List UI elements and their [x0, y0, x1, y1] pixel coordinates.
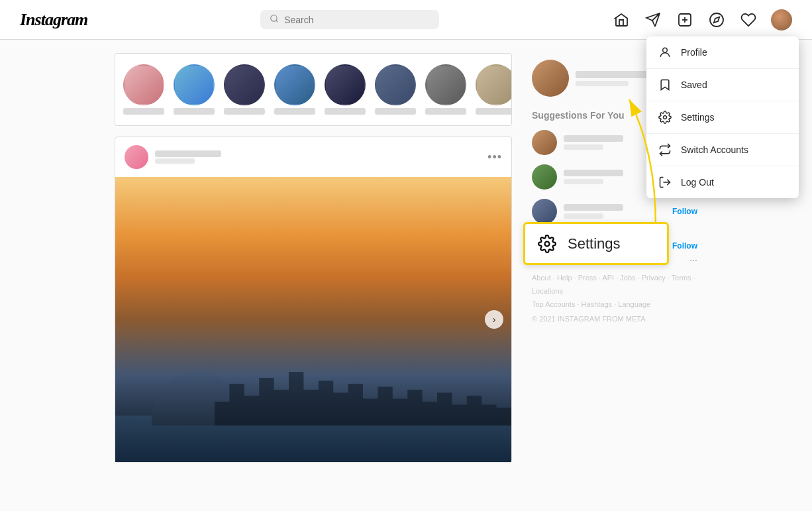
story-item[interactable] [274, 64, 315, 115]
header: Instagram [0, 0, 812, 40]
story-avatar [325, 64, 366, 105]
dropdown-logout-label: Log Out [681, 177, 714, 188]
follow-button[interactable]: Follow [672, 241, 697, 251]
story-label [274, 108, 315, 115]
next-button[interactable]: › [485, 310, 503, 329]
svg-line-4 [652, 21, 655, 27]
settings-highlight-box: Settings [523, 222, 669, 265]
post-image-overlay [115, 329, 511, 462]
story-label [425, 108, 466, 115]
settings-highlight-text: Settings [568, 235, 621, 253]
more-dots[interactable]: ··· [689, 255, 697, 265]
footer-link-privacy[interactable]: Privacy [642, 274, 666, 282]
suggestion-info [564, 204, 666, 219]
footer-link-language[interactable]: Language [618, 300, 650, 308]
dropdown-item-switch[interactable]: Switch Accounts [646, 134, 799, 166]
footer-link-help[interactable]: Help [557, 274, 572, 282]
stories-container [115, 53, 512, 126]
search-bar[interactable] [260, 10, 439, 29]
story-label [375, 108, 416, 115]
svg-point-10 [663, 48, 668, 52]
settings-icon [658, 111, 672, 124]
new-post-icon[interactable] [676, 11, 694, 29]
post-card: ••• › [115, 137, 512, 463]
post-image: › [115, 177, 511, 462]
story-label [476, 108, 512, 115]
settings-highlight-icon [537, 234, 557, 254]
switch-accounts-icon [658, 143, 672, 156]
svg-point-13 [545, 241, 550, 246]
bookmark-icon [658, 78, 672, 91]
suggestion-name [564, 204, 623, 211]
story-avatar [476, 64, 512, 105]
search-input[interactable] [284, 15, 430, 25]
story-label [224, 108, 265, 115]
footer-link-locations[interactable]: Locations [532, 287, 563, 295]
story-avatar [174, 64, 215, 105]
footer-link-hashtags[interactable]: Hashtags [582, 300, 612, 308]
sidebar-user-avatar [532, 60, 569, 97]
post-username-block [155, 150, 221, 164]
story-item[interactable] [325, 64, 366, 115]
dropdown-saved-label: Saved [681, 80, 707, 90]
footer-link-top-accounts[interactable]: Top Accounts [532, 300, 575, 308]
footer-link-terms[interactable]: Terms [672, 274, 691, 282]
story-item[interactable] [425, 64, 466, 115]
suggestion-item: Follow [532, 199, 697, 224]
sidebar-username [576, 71, 655, 78]
story-avatar [224, 64, 265, 105]
story-label [325, 108, 366, 115]
search-icon [270, 14, 279, 25]
dropdown-profile-label: Profile [681, 47, 707, 58]
suggestion-sub [564, 213, 603, 219]
post-username [155, 150, 221, 157]
post-header-left [125, 145, 221, 169]
svg-marker-9 [714, 17, 719, 22]
story-item[interactable] [174, 64, 215, 115]
dropdown-item-settings[interactable]: Settings [646, 101, 799, 134]
footer-link-api[interactable]: API [602, 274, 614, 282]
suggestion-sub [564, 179, 603, 184]
story-item[interactable] [375, 64, 416, 115]
suggestion-name [564, 170, 623, 176]
suggestions-title: Suggestions For You [532, 110, 625, 121]
story-label [174, 108, 215, 115]
suggestion-avatar [532, 199, 557, 224]
feed-column: ••• › [115, 53, 512, 463]
post-header: ••• [115, 137, 511, 177]
story-item[interactable] [476, 64, 512, 115]
suggestion-name [564, 135, 623, 142]
dropdown-switch-label: Switch Accounts [681, 144, 748, 155]
footer-link-about[interactable]: About [532, 274, 551, 282]
story-item[interactable] [123, 64, 164, 115]
user-avatar[interactable] [771, 9, 792, 30]
post-author-avatar [125, 145, 148, 169]
dropdown-item-profile[interactable]: Profile [646, 36, 799, 69]
dropdown-item-logout[interactable]: Log Out [646, 166, 799, 198]
dropdown-settings-label: Settings [681, 112, 715, 123]
profile-icon [658, 46, 672, 59]
footer-link-press[interactable]: Press [578, 274, 597, 282]
suggestion-avatar [532, 164, 557, 190]
svg-line-1 [276, 21, 278, 23]
post-sublabel [155, 158, 195, 164]
nav-icons [612, 9, 792, 30]
explore-icon[interactable] [707, 11, 726, 29]
post-more-button[interactable]: ••• [487, 150, 502, 164]
story-avatar [123, 64, 164, 105]
follow-button[interactable]: Follow [672, 207, 697, 216]
sidebar-user-sub [576, 81, 629, 86]
footer-copyright: © 2021 INSTAGRAM FROM META [532, 315, 697, 323]
heart-icon[interactable] [739, 11, 758, 29]
send-icon[interactable] [644, 11, 662, 29]
dropdown-item-saved[interactable]: Saved [646, 69, 799, 101]
footer-link-jobs[interactable]: Jobs [620, 274, 635, 282]
dropdown-menu: Profile Saved Settings Swi [646, 36, 799, 198]
story-avatar [375, 64, 416, 105]
story-item[interactable] [224, 64, 265, 115]
svg-point-0 [271, 15, 277, 21]
home-icon[interactable] [612, 11, 631, 29]
story-avatar [425, 64, 466, 105]
story-label [123, 108, 164, 115]
instagram-logo: Instagram [20, 10, 87, 30]
